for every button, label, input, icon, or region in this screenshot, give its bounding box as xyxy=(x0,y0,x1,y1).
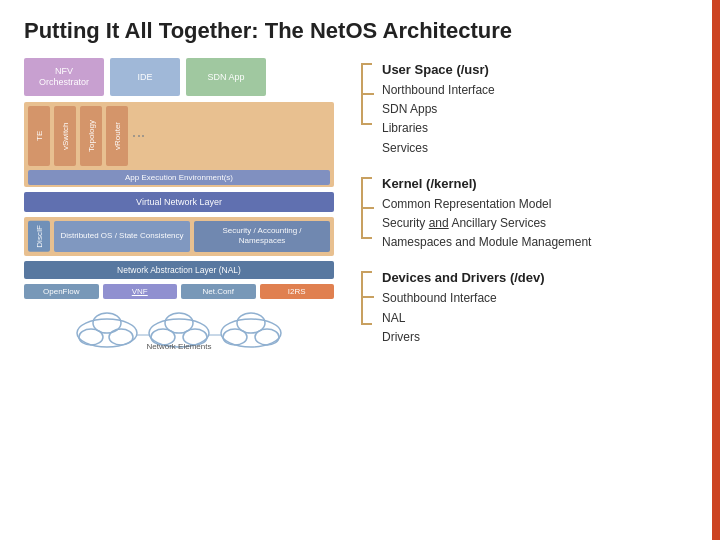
info-line-sdn: SDN Apps xyxy=(382,100,495,119)
info-line-sec: Security and Ancillary Services xyxy=(382,214,591,233)
kernel-list: Common Representation Model Security and… xyxy=(382,195,591,253)
info-line-ns: Namespaces and Module Management xyxy=(382,233,591,252)
architecture-diagram: NFV Orchestrator IDE SDN App TE vSwitch … xyxy=(24,58,334,353)
netconf-box: Net.Conf xyxy=(181,284,256,299)
vswitch-box: vSwitch xyxy=(54,106,76,166)
svg-point-7 xyxy=(165,313,193,333)
user-space-layer: TE vSwitch Topology vRouter ⋮ App Execut… xyxy=(24,102,334,187)
content-area: NFV Orchestrator IDE SDN App TE vSwitch … xyxy=(24,58,696,353)
user-space-bracket xyxy=(358,62,374,126)
i2rs-box: I2RS xyxy=(260,284,335,299)
devices-bracket xyxy=(358,270,374,326)
ellipsis-box: ⋮ xyxy=(132,106,146,166)
sdnapp-box: SDN App xyxy=(186,58,266,96)
vnf-box: VNF xyxy=(103,284,178,299)
page-title: Putting It All Together: The NetOS Archi… xyxy=(24,18,696,44)
kernel-info: Kernel (/kernel) Common Representation M… xyxy=(382,176,591,253)
nal-bar: Network Abstraction Layer (NAL) xyxy=(24,261,334,279)
bracket-container: User Space (/usr) Northbound Interface S… xyxy=(358,62,696,347)
vrouter-box: vRouter xyxy=(106,106,128,166)
network-elements-svg: Network Elements xyxy=(69,305,289,351)
ide-box: IDE xyxy=(110,58,180,96)
kernel-section: Kernel (/kernel) Common Representation M… xyxy=(358,176,696,253)
nfv-orchestrator-box: NFV Orchestrator xyxy=(24,58,104,96)
dist-os-box: Distributed OS / State Consistency xyxy=(54,221,190,252)
disc-if-box: DiscIF xyxy=(28,221,50,252)
user-space-title: User Space (/usr) xyxy=(382,62,495,77)
vnl-bar: Virtual Network Layer xyxy=(24,192,334,212)
info-line-svc: Services xyxy=(382,139,495,158)
info-line-lib: Libraries xyxy=(382,119,495,138)
app-exec-bar: App Execution Environment(s) xyxy=(28,170,330,185)
svg-point-11 xyxy=(237,313,265,333)
info-line-crm: Common Representation Model xyxy=(382,195,591,214)
info-line-sbi: Southbound Interface xyxy=(382,289,545,308)
info-line-nb: Northbound Interface xyxy=(382,81,495,100)
kernel-title: Kernel (/kernel) xyxy=(382,176,591,191)
devices-list: Southbound Interface NAL Drivers xyxy=(382,289,545,347)
info-panel: User Space (/usr) Northbound Interface S… xyxy=(350,58,696,353)
info-line-drv: Drivers xyxy=(382,328,545,347)
openflow-box: OpenFlow xyxy=(24,284,99,299)
bottom-row: OpenFlow VNF Net.Conf I2RS xyxy=(24,284,334,299)
devices-info: Devices and Drivers (/dev) Southbound In… xyxy=(382,270,545,347)
svg-point-3 xyxy=(93,313,121,333)
info-line-nal: NAL xyxy=(382,309,545,328)
user-space-section: User Space (/usr) Northbound Interface S… xyxy=(358,62,696,158)
kernel-layer: DiscIF Distributed OS / State Consistenc… xyxy=(24,217,334,256)
network-elements-area: Network Elements xyxy=(24,305,334,353)
svg-text:Network Elements: Network Elements xyxy=(147,342,212,351)
user-space-list: Northbound Interface SDN Apps Libraries … xyxy=(382,81,495,158)
top-row: NFV Orchestrator IDE SDN App xyxy=(24,58,334,96)
topology-box: Topology xyxy=(80,106,102,166)
devices-title: Devices and Drivers (/dev) xyxy=(382,270,545,285)
devices-section: Devices and Drivers (/dev) Southbound In… xyxy=(358,270,696,347)
svg-point-2 xyxy=(109,329,133,345)
kernel-bracket xyxy=(358,176,374,240)
user-space-info: User Space (/usr) Northbound Interface S… xyxy=(382,62,495,158)
security-box: Security / Accounting / Namespaces xyxy=(194,221,330,252)
slide: Putting It All Together: The NetOS Archi… xyxy=(0,0,720,540)
te-box: TE xyxy=(28,106,50,166)
vertical-boxes: TE vSwitch Topology vRouter ⋮ xyxy=(28,106,330,166)
accent-bar xyxy=(712,0,720,540)
